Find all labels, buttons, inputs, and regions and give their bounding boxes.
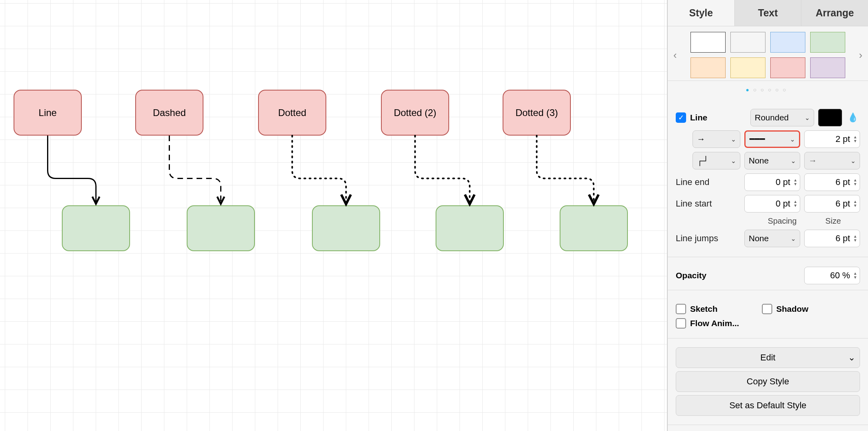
size-sublabel: Size [825,216,841,226]
spacing-sublabel: Spacing [768,216,797,226]
line-style-select[interactable]: ━━━⌄ [744,130,800,148]
waypoint-select[interactable]: ┌┘⌄ [692,152,740,169]
format-sidebar: Style Text Arrange ‹ › ●○○○○○ Line Round… [667,0,868,431]
diagram-edge[interactable] [415,136,470,203]
opacity-field[interactable]: 60 %▲▼ [804,267,860,284]
line-start-label: Line start [676,199,732,209]
sketch-label: Sketch [690,304,758,314]
diagram-node[interactable]: Dashed [135,90,203,136]
diagram-node[interactable] [560,205,628,251]
line-shape-select[interactable]: Rounded⌄ [750,109,814,126]
color-swatch[interactable] [810,57,845,78]
swatch-prev-icon[interactable]: ‹ [671,49,679,61]
diagram-edge[interactable] [537,136,594,203]
diagram-edge[interactable] [170,136,221,203]
line-jumps-select[interactable]: None⌄ [744,230,800,247]
line-checkbox[interactable] [676,112,686,123]
diagram-node[interactable] [312,205,380,251]
diagram-node[interactable]: Dotted (3) [503,90,571,136]
arrow-right-icon: → [809,156,817,165]
line-jumps-size[interactable]: 6 pt▲▼ [804,230,860,247]
diagram-node[interactable] [62,205,130,251]
sidebar-tabs: Style Text Arrange [668,0,868,26]
diagram-edge[interactable] [48,136,96,203]
solid-line-icon: ━━━ [750,134,765,144]
line-width-field[interactable]: 2 pt ▲▼ [804,130,860,148]
swatch-next-icon[interactable]: › [856,49,865,61]
set-default-style-button[interactable]: Set as Default Style [676,395,860,416]
line-section: Line Rounded⌄ 💧 →⌄ ━━━⌄ 2 pt ▲▼ ┌┘⌄ [668,99,868,257]
edit-button[interactable]: Edit⌄ [676,347,860,368]
diagram-canvas[interactable]: LineDashedDottedDotted (2)Dotted (3) [0,0,667,431]
diagram-edge[interactable] [292,136,346,203]
color-swatch[interactable] [690,32,726,53]
diagram-node[interactable] [436,205,504,251]
tab-text[interactable]: Text [735,0,802,26]
stepper-icon[interactable]: ▲▼ [852,134,858,144]
flow-anim-checkbox[interactable] [676,318,686,329]
line-label: Line [690,113,746,122]
flow-anim-label: Flow Anim... [690,319,739,328]
color-swatch[interactable] [690,57,726,78]
line-start-size[interactable]: 6 pt▲▼ [804,195,860,213]
shadow-checkbox[interactable] [762,304,772,314]
color-swatch[interactable] [810,32,845,53]
tab-arrange[interactable]: Arrange [801,0,868,26]
line-jumps-label: Line jumps [676,233,732,244]
arrow-right-icon: → [697,134,705,144]
diagram-node[interactable] [187,205,255,251]
routing-select[interactable]: None⌄ [744,152,800,169]
arrow-start-select[interactable]: →⌄ [804,152,860,169]
swatch-grid [690,32,845,78]
sketch-checkbox[interactable] [676,304,686,314]
color-swatch[interactable] [770,57,805,78]
color-swatch[interactable] [770,32,805,53]
diagram-node[interactable]: Dotted [258,90,326,136]
color-swatch[interactable] [730,32,765,53]
eyedropper-icon[interactable]: 💧 [846,112,860,123]
style-swatch-panel: ‹ › [668,26,868,81]
color-swatch[interactable] [730,57,765,78]
shadow-label: Shadow [776,304,809,314]
line-end-label: Line end [676,177,732,187]
opacity-section: Opacity 60 %▲▼ [668,261,868,290]
tab-style[interactable]: Style [668,0,735,26]
diagram-node[interactable]: Line [14,90,82,136]
waypoint-icon: ┌┘ [697,156,709,165]
diagram-node[interactable]: Dotted (2) [381,90,449,136]
line-end-spacing[interactable]: 0 pt▲▼ [744,173,800,191]
line-color-swatch[interactable] [818,109,842,126]
opacity-label: Opacity [676,271,800,280]
line-end-size[interactable]: 6 pt▲▼ [804,173,860,191]
toggles-section: Sketch Shadow Flow Anim... [668,294,868,339]
copy-style-button[interactable]: Copy Style [676,371,860,392]
swatch-paginator[interactable]: ●○○○○○ [668,81,868,99]
buttons-section: Edit⌄ Copy Style Set as Default Style [668,339,868,425]
arrow-end-select[interactable]: →⌄ [692,130,740,148]
line-start-spacing[interactable]: 0 pt▲▼ [744,195,800,213]
